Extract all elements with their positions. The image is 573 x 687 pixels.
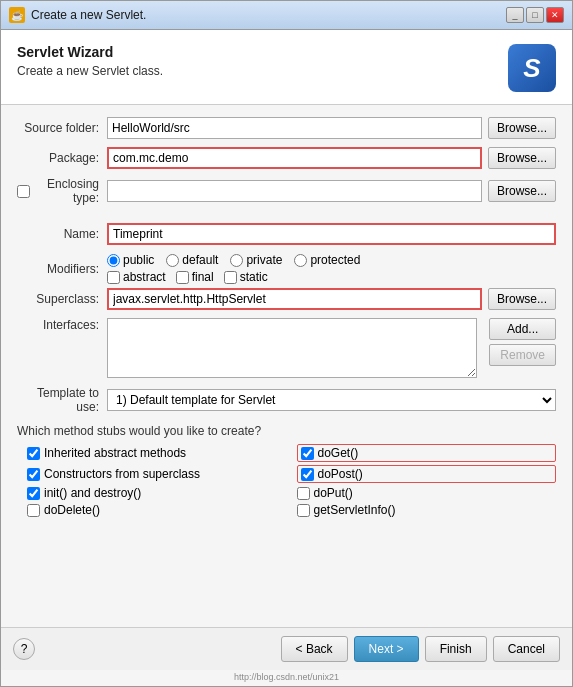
wizard-header: Servlet Wizard Create a new Servlet clas… [1,30,572,105]
package-control: Browse... [107,147,556,169]
cancel-button[interactable]: Cancel [493,636,560,662]
superclass-input[interactable] [107,288,482,310]
main-window: ☕ Create a new Servlet. _ □ ✕ Servlet Wi… [0,0,573,687]
final-checkbox[interactable] [176,271,189,284]
modifier-checkboxes: abstract final static [107,270,360,284]
interfaces-label: Interfaces: [17,318,107,332]
modifiers-radio-group: public default private protected [107,253,360,267]
wizard-title: Servlet Wizard [17,44,163,60]
form-content: Source folder: Browse... Package: Browse… [1,105,572,627]
stub-dopost[interactable]: doPost() [297,465,557,483]
package-label: Package: [17,151,107,165]
enclosing-type-browse-button[interactable]: Browse... [488,180,556,202]
add-interface-button[interactable]: Add... [489,318,556,340]
wizard-subtitle: Create a new Servlet class. [17,64,163,78]
modifiers-label: Modifiers: [17,262,107,276]
header-text: Servlet Wizard Create a new Servlet clas… [17,44,163,78]
wizard-logo: S [508,44,556,92]
enclosing-type-checkbox[interactable] [17,185,30,198]
modifier-private[interactable]: private [230,253,282,267]
enclosing-type-input[interactable] [107,180,482,202]
package-browse-button[interactable]: Browse... [488,147,556,169]
title-bar-left: ☕ Create a new Servlet. [9,7,146,23]
name-row: Name: [17,223,556,245]
abstract-checkbox-label[interactable]: abstract [107,270,166,284]
interfaces-input[interactable] [107,318,477,378]
close-button[interactable]: ✕ [546,7,564,23]
stub-doget[interactable]: doGet() [297,444,557,462]
abstract-checkbox[interactable] [107,271,120,284]
superclass-row: Superclass: Browse... [17,288,556,310]
app-icon: ☕ [9,7,25,23]
source-folder-input[interactable] [107,117,482,139]
enclosing-type-label: Enclosing type: [17,177,107,205]
title-bar: ☕ Create a new Servlet. _ □ ✕ [1,1,572,30]
source-folder-control: Browse... [107,117,556,139]
window-title: Create a new Servlet. [31,8,146,22]
footer-right: < Back Next > Finish Cancel [281,636,560,662]
next-button[interactable]: Next > [354,636,419,662]
interfaces-buttons: Add... Remove [489,318,556,378]
stub-getservletinfo[interactable]: getServletInfo() [297,503,557,517]
remove-interface-button[interactable]: Remove [489,344,556,366]
minimize-button[interactable]: _ [506,7,524,23]
source-folder-row: Source folder: Browse... [17,117,556,139]
finish-button[interactable]: Finish [425,636,487,662]
stub-doput[interactable]: doPut() [297,486,557,500]
modifier-public[interactable]: public [107,253,154,267]
help-button[interactable]: ? [13,638,35,660]
template-control: 1) Default template for Servlet [107,389,556,411]
wizard-footer: ? < Back Next > Finish Cancel [1,627,572,670]
stubs-grid: Inherited abstract methods doGet() Const… [27,444,556,517]
modifier-protected[interactable]: protected [294,253,360,267]
source-folder-browse-button[interactable]: Browse... [488,117,556,139]
package-row: Package: Browse... [17,147,556,169]
enclosing-type-control: Browse... [107,180,556,202]
watermark: http://blog.csdn.net/unix21 [1,670,572,686]
stub-init-destroy[interactable]: init() and destroy() [27,486,287,500]
interfaces-row: Interfaces: Add... Remove [17,318,556,378]
footer-left: ? [13,638,35,660]
name-label: Name: [17,227,107,241]
stubs-section: Which method stubs would you like to cre… [17,424,556,517]
superclass-label: Superclass: [17,292,107,306]
template-label: Template to use: [17,386,107,414]
template-select[interactable]: 1) Default template for Servlet [107,389,556,411]
window-controls: _ □ ✕ [506,7,564,23]
template-row: Template to use: 1) Default template for… [17,386,556,414]
modifier-default[interactable]: default [166,253,218,267]
source-folder-label: Source folder: [17,121,107,135]
stub-inherited-abstract-methods[interactable]: Inherited abstract methods [27,444,287,462]
stubs-question: Which method stubs would you like to cre… [17,424,556,438]
stub-constructors[interactable]: Constructors from superclass [27,465,287,483]
stub-dodelete[interactable]: doDelete() [27,503,287,517]
superclass-browse-button[interactable]: Browse... [488,288,556,310]
package-input[interactable] [107,147,482,169]
name-control [107,223,556,245]
name-input[interactable] [107,223,556,245]
maximize-button[interactable]: □ [526,7,544,23]
modifiers-row: Modifiers: public default private protec… [17,253,556,284]
enclosing-type-row: Enclosing type: Browse... [17,177,556,205]
static-checkbox-label[interactable]: static [224,270,268,284]
static-checkbox[interactable] [224,271,237,284]
final-checkbox-label[interactable]: final [176,270,214,284]
back-button[interactable]: < Back [281,636,348,662]
superclass-control: Browse... [107,288,556,310]
